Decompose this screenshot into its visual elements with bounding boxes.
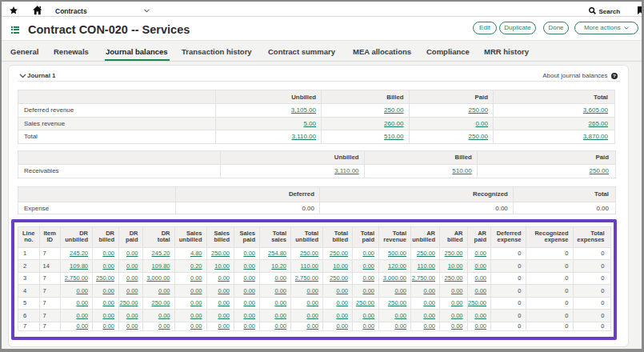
svg-text:?: ? <box>613 73 616 78</box>
